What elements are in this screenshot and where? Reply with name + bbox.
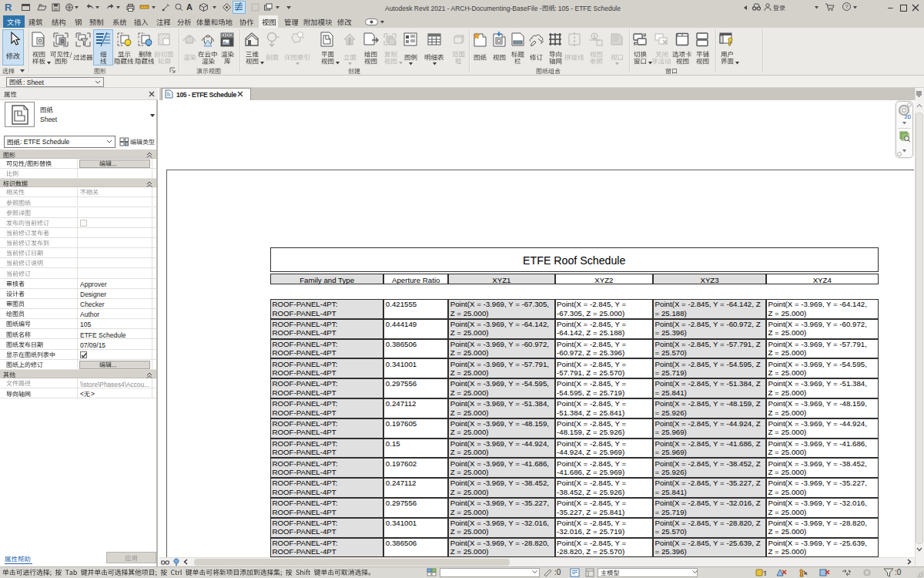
- svg-text:?: ?: [763, 570, 766, 577]
- svg-text:2D: 2D: [905, 114, 912, 119]
